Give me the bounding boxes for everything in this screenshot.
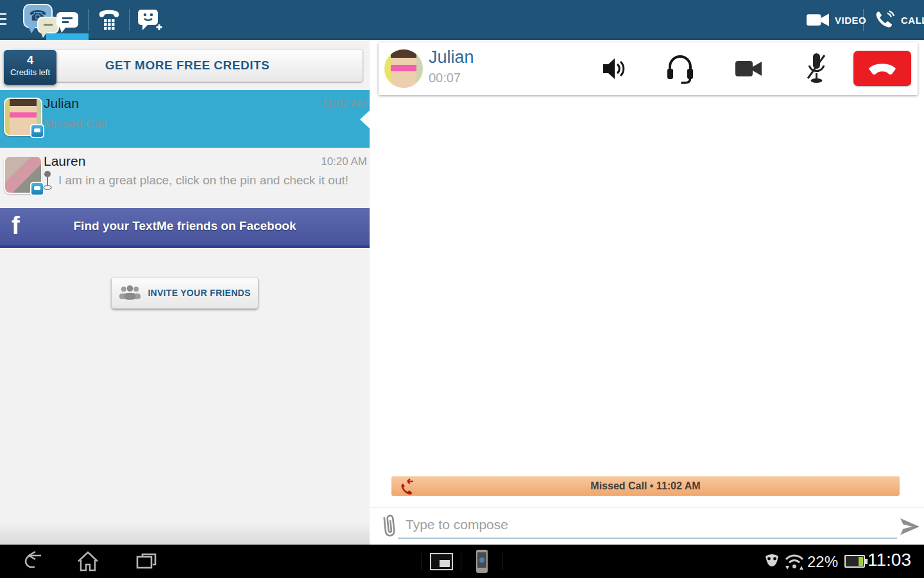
video-icon — [807, 12, 829, 28]
video-label: VIDEO — [835, 15, 866, 26]
mute-button[interactable] — [803, 42, 829, 95]
battery-percent: 22% — [807, 553, 838, 571]
attach-icon[interactable] — [379, 512, 398, 541]
get-credits-button[interactable]: GET MORE FREE CREDITS — [12, 49, 363, 82]
invite-friends-button[interactable]: INVITE YOUR FRIENDS — [111, 277, 259, 309]
conversation-row-lauren[interactable]: Lauren 10:20 AM I am in a great place, c… — [0, 148, 370, 207]
credits-badge: 4 Credits left — [4, 50, 56, 85]
top-bar: ☎ — [0, 0, 924, 40]
action-divider — [863, 9, 864, 31]
conversation-time: 11:02 AM — [321, 98, 367, 110]
composer-bar — [370, 507, 924, 545]
back-icon — [22, 550, 45, 572]
notification-divider — [502, 552, 502, 570]
credits-count: 4 — [4, 54, 56, 67]
selected-notch — [360, 110, 370, 128]
map-pin-icon[interactable] — [42, 170, 53, 191]
wifi-icon — [784, 552, 805, 571]
active-tab-underline — [46, 33, 89, 40]
conversation-sidebar: GET MORE FREE CREDITS 4 Credits left Jul… — [0, 40, 370, 545]
people-icon — [119, 285, 141, 301]
conversations-icon — [56, 12, 78, 28]
home-icon — [76, 550, 100, 573]
conversation-name: Lauren — [44, 153, 85, 169]
call-contact-name: Julian — [429, 48, 474, 67]
notification-divider — [422, 552, 422, 570]
send-icon[interactable] — [900, 518, 920, 536]
tab-new-message[interactable] — [131, 0, 168, 40]
tab-dialpad[interactable] — [90, 0, 128, 40]
avatar-julian — [4, 98, 42, 136]
system-nav-bar: 22% 11:03 — [0, 545, 924, 578]
conversation-time: 10:20 AM — [321, 155, 367, 168]
menu-icon[interactable] — [0, 13, 6, 28]
device-notification-icon[interactable] — [476, 550, 488, 573]
avatar-lauren — [4, 155, 42, 194]
video-toggle-button[interactable] — [735, 42, 762, 95]
credits-label: Credits left — [4, 67, 56, 78]
recents-icon — [135, 552, 158, 571]
conversation-preview: I am in a great place, click on the pin … — [42, 170, 348, 191]
notification-divider — [461, 552, 461, 570]
speaker-button[interactable] — [602, 42, 626, 95]
nav-back-button[interactable] — [22, 545, 45, 578]
missed-call-banner[interactable]: Missed Call • 11:02 AM — [391, 476, 900, 496]
hangup-button[interactable] — [853, 51, 911, 86]
missed-call-text: Missed Call • 11:02 AM — [391, 476, 900, 496]
call-icon — [875, 10, 895, 30]
conversation-row-julian[interactable]: Julian 11:02 AM Missed Call — [0, 90, 370, 148]
conversation-name: Julian — [44, 96, 79, 111]
call-avatar — [384, 49, 423, 88]
mute-mic-icon — [803, 52, 829, 85]
active-call-header: Julian 00:07 — [379, 42, 918, 95]
dialpad-icon — [98, 8, 121, 32]
invite-friends-label: INVITE YOUR FRIENDS — [148, 288, 250, 298]
call-label: CALL — [901, 15, 924, 26]
nav-recents-button[interactable] — [135, 545, 158, 578]
chat-panel: Julian 00:07 — [370, 40, 924, 507]
headset-icon — [665, 52, 696, 85]
voice-call-button[interactable]: CALL — [875, 0, 924, 40]
chat-badge-icon — [30, 124, 44, 138]
tab-divider — [129, 9, 130, 31]
app-screen: ☎ — [0, 0, 924, 578]
battery-icon — [844, 555, 865, 568]
tab-divider — [88, 9, 89, 31]
facebook-banner[interactable]: f Find your TextMe friends on Facebook — [0, 208, 370, 248]
call-timer: 00:07 — [429, 71, 461, 85]
speaker-icon — [602, 56, 626, 82]
compose-input[interactable] — [398, 512, 897, 539]
screenshot-notification-icon[interactable] — [430, 553, 453, 570]
new-message-icon — [136, 6, 163, 33]
nav-home-button[interactable] — [76, 545, 100, 578]
video-call-button[interactable]: VIDEO — [807, 0, 866, 40]
headset-button[interactable] — [665, 42, 696, 95]
facebook-banner-text: Find your TextMe friends on Facebook — [0, 219, 370, 233]
hangup-icon — [868, 60, 897, 77]
camera-icon — [735, 59, 762, 78]
tab-conversations[interactable] — [49, 0, 86, 40]
status-clock: 11:03 — [868, 550, 911, 570]
status-notification-icon — [764, 554, 780, 568]
conversation-preview: Missed Call — [44, 117, 107, 131]
